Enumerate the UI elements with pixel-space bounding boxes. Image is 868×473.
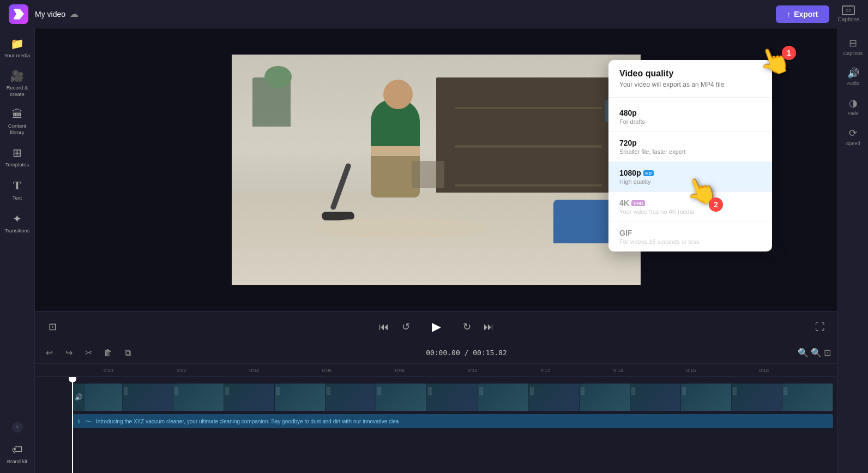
text-label: Text <box>13 195 22 201</box>
duplicate-button[interactable]: ⧉ <box>120 345 135 361</box>
export-panel-subtitle: Your video will export as an MP4 file <box>619 81 761 88</box>
ruler-mark-7: 0:14 <box>582 368 655 373</box>
ruler-mark-5: 0:10 <box>436 368 509 373</box>
templates-icon: ⊞ <box>13 146 22 159</box>
thumb-cell-9 <box>478 384 529 411</box>
captions-button[interactable]: Captions <box>838 5 859 22</box>
export-option-720p-sub: Smaller file, faster export <box>619 148 761 155</box>
sidebar-item-brand-kit[interactable]: 🏷 Brand kit <box>2 439 33 469</box>
video-title: My video <box>35 10 65 19</box>
playback-left-controls: ⏮ ↺ <box>375 318 414 336</box>
export-option-1080p[interactable]: 1080p HD High quality <box>608 162 772 192</box>
track-thumbnails <box>72 384 833 411</box>
rewind-button[interactable]: ↺ <box>397 318 414 336</box>
thumb-cell-2 <box>123 384 173 411</box>
caption-track[interactable]: ⏸ 〜 Introducing the XYZ vacuum cleaner, … <box>72 414 833 428</box>
video-track[interactable] <box>72 384 833 411</box>
top-bar: My video ☁ Export Captions <box>0 0 868 28</box>
timeline-ruler: 0:00 0:02 0:04 0:06 0:08 0:10 0:12 0:14 … <box>35 364 837 377</box>
export-option-720p[interactable]: 720p Smaller file, faster export <box>608 132 772 162</box>
ruler-mark-0: 0:00 <box>72 368 145 373</box>
brand-kit-label: Brand kit <box>7 458 28 464</box>
cloud-save-icon: ☁ <box>70 9 79 19</box>
cut-button[interactable]: ✂ <box>81 345 96 361</box>
ruler-mark-2: 0:04 <box>218 368 291 373</box>
fit-to-view-button[interactable]: ⊡ <box>824 348 831 358</box>
thumb-cell-15 <box>782 384 833 411</box>
thumb-cell-6 <box>326 384 376 411</box>
thumb-cell-13 <box>681 384 732 411</box>
sidebar-expand-button[interactable]: › <box>12 422 23 433</box>
export-option-4k-sub: Your video has no 4K media <box>619 208 761 215</box>
ruler-mark-3: 0:06 <box>291 368 364 373</box>
export-option-480p-title: 480p <box>619 109 761 117</box>
uhd-badge: UHD <box>631 200 645 206</box>
play-pause-button[interactable]: ▶ <box>425 316 447 338</box>
video-frame <box>232 55 641 285</box>
timeline-content: 🔊 <box>35 377 837 473</box>
zoom-in-button[interactable]: 🔍 <box>811 348 822 358</box>
sidebar-item-your-media[interactable]: 📁 Your media <box>2 33 33 63</box>
thumb-cell-10 <box>529 384 580 411</box>
captions-panel-icon: ⊟ <box>849 37 857 49</box>
fullscreen-button[interactable]: ⛶ <box>811 318 829 336</box>
templates-label: Templates <box>5 161 29 167</box>
export-option-4k: 4K UHD Your video has no 4K media <box>608 192 772 222</box>
export-option-480p-sub: For drafts <box>619 118 761 125</box>
captions-icon <box>842 5 855 15</box>
speed-panel-icon: ⟳ <box>849 127 857 139</box>
ruler-labels: 0:00 0:02 0:04 0:06 0:08 0:10 0:12 0:14 … <box>72 364 800 376</box>
sidebar-item-text[interactable]: T Text <box>2 174 33 205</box>
fast-forward-button[interactable]: ↻ <box>458 318 475 336</box>
your-media-label: Your media <box>4 52 31 58</box>
right-sidebar-captions[interactable]: ⊟ Captions <box>840 33 866 61</box>
zoom-out-button[interactable]: 🔍 <box>798 348 809 358</box>
content-library-label: Content library <box>4 123 31 135</box>
time-separator: / <box>465 349 473 357</box>
person-head <box>383 80 413 109</box>
video-background <box>232 55 641 285</box>
fade-panel-label: Fade <box>847 111 859 116</box>
sidebar-item-content-library[interactable]: 🏛 Content library <box>2 104 33 140</box>
playback-bar: ⊡ ⏮ ↺ ▶ ↻ ⏭ ⛶ <box>35 311 837 342</box>
ruler-mark-4: 0:08 <box>363 368 436 373</box>
playhead[interactable] <box>72 377 73 473</box>
thumb-cell-12 <box>630 384 681 411</box>
thumb-cell-14 <box>732 384 782 411</box>
sidebar-item-transitions[interactable]: ✦ Transitions <box>2 208 33 238</box>
main-layout: 📁 Your media 🎥 Record & create 🏛 Content… <box>0 28 868 473</box>
timeline-area: ↩ ↪ ✂ 🗑 ⧉ 00:00.00 / 00:15.82 🔍 🔍 ⊡ <box>35 342 837 473</box>
text-icon: T <box>13 178 21 193</box>
sidebar-item-record[interactable]: 🎥 Record & create <box>2 65 33 101</box>
export-option-gif: GIF For videos 15 seconds or less <box>608 222 772 252</box>
crop-toggle-button[interactable]: ⊡ <box>44 318 61 336</box>
sidebar-item-templates[interactable]: ⊞ Templates <box>2 142 33 172</box>
export-button[interactable]: Export <box>776 5 829 23</box>
right-sidebar-audio[interactable]: 🔊 Audio <box>840 63 866 91</box>
right-sidebar-fade[interactable]: ◑ Fade <box>840 93 866 121</box>
current-time: 00:00.00 <box>426 349 460 357</box>
playback-right-controls: ↻ ⏭ <box>458 318 497 336</box>
delete-button[interactable]: 🗑 <box>100 345 116 361</box>
export-option-480p[interactable]: 480p For drafts <box>608 102 772 132</box>
ruler-mark-9: 0:18 <box>727 368 800 373</box>
export-option-1080p-sub: High quality <box>619 178 761 185</box>
captions-label: Captions <box>838 16 859 22</box>
record-label: Record & create <box>4 85 31 97</box>
total-time: 00:15.82 <box>473 349 507 357</box>
export-panel-title: Video quality <box>619 69 761 79</box>
export-option-gif-sub: For videos 15 seconds or less <box>619 238 761 245</box>
skip-to-start-button[interactable]: ⏮ <box>375 318 393 336</box>
redo-button[interactable]: ↪ <box>61 345 76 361</box>
timeline-zoom-controls: 🔍 🔍 ⊡ <box>798 348 831 358</box>
export-option-1080p-title: 1080p HD <box>619 169 761 177</box>
right-sidebar-speed[interactable]: ⟳ Speed <box>840 123 866 151</box>
transitions-icon: ✦ <box>13 212 22 225</box>
ruler-mark-1: 0:02 <box>145 368 218 373</box>
skip-to-end-button[interactable]: ⏭ <box>480 318 497 336</box>
caption-pause-icon: ⏸ <box>76 418 82 424</box>
thumb-cell-4 <box>224 384 275 411</box>
export-panel-header: Video quality Your video will export as … <box>608 60 772 93</box>
app-logo <box>9 4 28 24</box>
undo-button[interactable]: ↩ <box>41 345 57 361</box>
